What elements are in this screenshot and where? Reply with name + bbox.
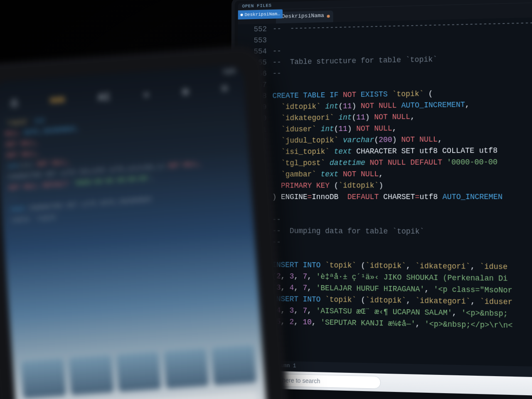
toolbar-icon[interactable]: AI	[98, 91, 111, 103]
phone-thumbnail-strip	[21, 345, 256, 399]
unsaved-dot-icon	[241, 14, 243, 16]
hdr-badge[interactable]: HDR	[50, 96, 65, 105]
phone-code-preview: `topik` intNULL AUTO_INCREMENT,NOT NULL,…	[0, 98, 253, 227]
code-content[interactable]: -- -------------------------------------…	[272, 15, 532, 368]
menu-icon[interactable]: ≡	[221, 83, 228, 95]
tab-label: DeskripsiNama	[282, 12, 324, 20]
phone-body: topik ⎙ HDR AI ✦ ⚙ ≡ `topik` intNULL AUT…	[0, 44, 293, 399]
open-file-item[interactable]: DeskripsiNam…	[238, 9, 283, 19]
toolbar-icon[interactable]: ✦	[143, 88, 150, 101]
phone-screen: topik ⎙ HDR AI ✦ ⚙ ≡ `topik` intNULL AUT…	[0, 64, 269, 399]
tab-unsaved-dot-icon	[327, 15, 330, 18]
phone: topik ⎙ HDR AI ✦ ⚙ ≡ `topik` intNULL AUT…	[0, 44, 293, 399]
toolbar-icon[interactable]: ⚙	[182, 85, 189, 98]
toolbar-icon[interactable]: ⎙	[11, 98, 17, 109]
tab-deskripsinama[interactable]: DeskripsiNama	[276, 10, 333, 23]
open-file-label: DeskripsiNam…	[244, 12, 280, 17]
